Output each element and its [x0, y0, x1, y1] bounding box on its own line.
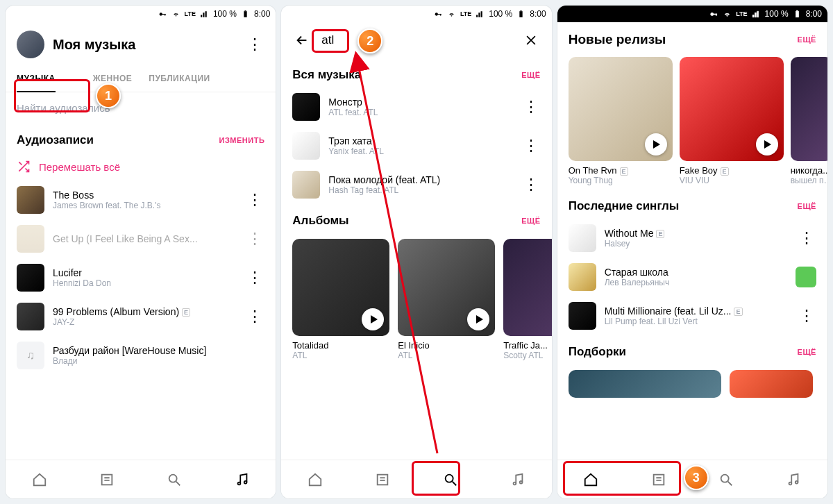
track-title: Пока молодой (feat. ATL) — [328, 174, 512, 185]
track-more-icon[interactable] — [245, 190, 264, 210]
tab-music[interactable]: МУЗЫКА — [17, 65, 56, 92]
track-artist: Yanix feat. ATL — [328, 146, 512, 156]
album-title: Totalidad — [292, 340, 389, 351]
nav-search[interactable] — [435, 464, 466, 495]
track-more-icon[interactable] — [245, 229, 264, 249]
more-button[interactable]: ЕЩЁ — [521, 71, 540, 79]
track-more-icon[interactable] — [797, 228, 816, 248]
svg-point-22 — [445, 474, 453, 482]
clear-icon[interactable] — [521, 31, 541, 50]
track-thumb — [17, 264, 44, 292]
track-row[interactable]: Get Up (I Feel Like Being A Sex... — [6, 219, 276, 258]
more-button[interactable]: ЕЩЁ — [798, 202, 816, 210]
shuffle-label: Перемешать всё — [39, 161, 120, 173]
nav-home[interactable] — [24, 464, 55, 495]
play-icon[interactable] — [467, 308, 489, 330]
album-cover — [292, 239, 389, 336]
track-row[interactable]: Multi Millionaire (feat. Lil Uz...E Lil … — [557, 296, 827, 335]
nav-music[interactable] — [227, 464, 258, 495]
svg-line-9 — [176, 481, 180, 485]
nav-music[interactable] — [503, 464, 533, 495]
nav-home[interactable] — [300, 464, 330, 495]
album-cover — [503, 239, 551, 336]
more-button[interactable]: ЕЩЁ — [798, 348, 816, 356]
nav-search[interactable] — [711, 464, 741, 495]
track-more-icon[interactable] — [245, 307, 264, 326]
track-title: Разбуди район [WareHouse Music] — [53, 345, 264, 356]
release-item[interactable]: никогда... вышел по... — [791, 57, 827, 185]
releases-scroll[interactable]: On The RvnE Young Thug Fake BoyE VIU VIU… — [557, 53, 827, 190]
more-button[interactable]: ЕЩЁ — [798, 35, 816, 44]
tab-publications[interactable]: ПУБЛИКАЦИИ — [149, 65, 210, 92]
signal-icon — [476, 10, 485, 19]
release-item[interactable]: On The RvnE Young Thug — [569, 57, 673, 185]
more-menu-icon[interactable] — [245, 35, 264, 54]
track-row[interactable]: Трэп хата Yanix feat. ATL — [281, 126, 551, 165]
play-icon[interactable] — [756, 133, 778, 156]
release-artist: VIU VIU — [680, 176, 784, 185]
album-item[interactable]: Totalidad ATL — [292, 239, 389, 360]
back-icon[interactable] — [292, 31, 312, 50]
track-more-icon[interactable] — [521, 175, 541, 194]
track-row[interactable]: Пока молодой (feat. ATL) Hash Tag feat. … — [281, 165, 551, 204]
more-button[interactable]: ЕЩЁ — [521, 217, 540, 225]
nav-library[interactable] — [643, 464, 674, 495]
track-more-icon[interactable] — [521, 136, 541, 156]
track-thumb — [292, 132, 320, 160]
album-title: Traffic Ja... — [503, 340, 551, 351]
release-item[interactable]: Fake BoyE VIU VIU — [680, 57, 784, 185]
search-placeholder[interactable]: Найти аудиозапись — [6, 92, 276, 124]
shuffle-all[interactable]: Перемешать всё — [6, 153, 276, 180]
collections-scroll[interactable] — [557, 364, 827, 398]
wifi-icon — [171, 10, 180, 19]
annotation-number-1: 1 — [96, 83, 121, 108]
key-icon — [158, 10, 167, 19]
svg-rect-3 — [244, 11, 246, 17]
track-more-icon[interactable] — [521, 97, 541, 117]
track-row[interactable]: Старая школа Лев Валерьяныч — [557, 258, 827, 296]
track-title: Старая школа — [605, 267, 787, 278]
album-item[interactable]: Traffic Ja... Scotty ATL — [503, 239, 551, 360]
nav-library[interactable] — [92, 464, 122, 495]
track-row[interactable]: Монстр ATL feat. ATL — [281, 87, 551, 126]
release-cover — [791, 57, 827, 161]
play-icon[interactable] — [362, 308, 384, 330]
albums-scroll[interactable]: Totalidad ATL El Inicio ATL Traffic Ja..… — [281, 233, 551, 366]
track-more-icon[interactable] — [796, 267, 816, 287]
track-title: The Boss — [53, 190, 237, 201]
track-more-icon[interactable] — [797, 306, 816, 326]
play-icon[interactable] — [645, 133, 667, 156]
track-row[interactable]: The Boss James Brown feat. The J.B.'s — [6, 180, 276, 219]
track-row[interactable]: Without MeE Halsey — [557, 219, 827, 258]
svg-point-37 — [789, 482, 792, 485]
svg-point-35 — [721, 474, 729, 482]
track-row[interactable]: Lucifer Hennizi Da Don — [6, 258, 276, 297]
section-collections: Подборки ЕЩЁ — [557, 335, 827, 364]
collection-item[interactable] — [730, 370, 813, 398]
lte-label: LTE — [185, 10, 196, 17]
bottom-nav — [281, 460, 551, 498]
svg-point-25 — [520, 480, 523, 483]
track-artist: Lil Pump feat. Lil Uzi Vert — [605, 317, 789, 326]
collection-item[interactable] — [569, 370, 721, 398]
avatar[interactable] — [17, 31, 44, 58]
svg-rect-2 — [165, 13, 165, 15]
edit-button[interactable]: ИЗМЕНИТЬ — [219, 136, 265, 144]
nav-library[interactable] — [367, 464, 398, 495]
track-row[interactable]: 99 Problems (Album Version)E JAY-Z — [6, 297, 276, 336]
bottom-nav — [6, 460, 276, 498]
track-artist: JAY-Z — [53, 317, 237, 327]
track-more-icon[interactable] — [245, 268, 264, 287]
search-header — [281, 22, 551, 58]
track-title: Multi Millionaire (feat. Lil Uz...E — [605, 305, 789, 317]
track-thumb — [569, 224, 596, 252]
nav-music[interactable] — [778, 464, 809, 495]
track-row[interactable]: ♫ Разбуди район [WareHouse Music] Влади — [6, 336, 276, 375]
search-input[interactable] — [321, 33, 511, 47]
svg-rect-4 — [244, 10, 246, 11]
nav-home[interactable] — [575, 464, 606, 495]
nav-search[interactable] — [159, 464, 190, 495]
album-item[interactable]: El Inicio ATL — [398, 239, 495, 360]
clock: 8:00 — [254, 9, 270, 19]
track-thumb — [17, 225, 44, 253]
